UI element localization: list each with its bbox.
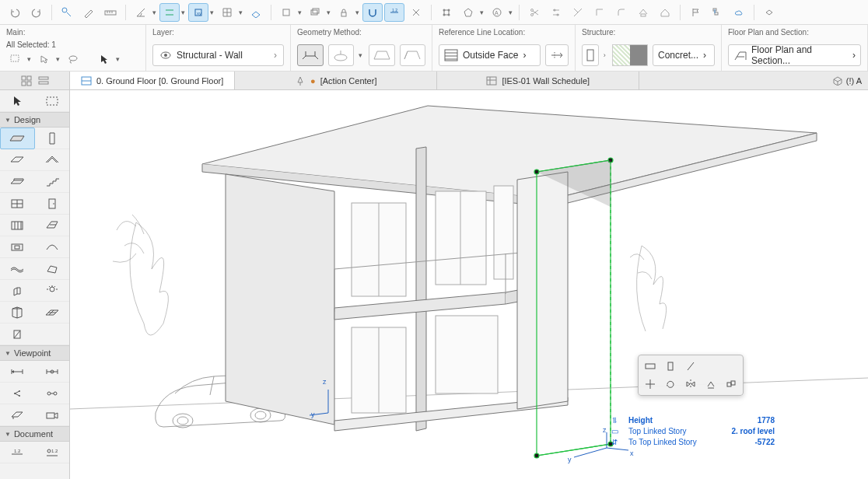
undo-icon[interactable] bbox=[5, 3, 25, 22]
canvas-3d-view[interactable]: z y z x y bbox=[70, 90, 868, 479]
floor-dropdown[interactable]: Floor Plan and Section... › bbox=[728, 44, 861, 66]
chevron-down-icon[interactable]: ▾ bbox=[151, 9, 158, 16]
angle-icon[interactable] bbox=[131, 3, 151, 22]
poly-icon[interactable] bbox=[458, 3, 478, 22]
grid-view-icon[interactable] bbox=[21, 75, 32, 86]
tab-action-center[interactable]: ● [Action Center] bbox=[235, 72, 437, 89]
chevron-down-icon[interactable]: ▾ bbox=[325, 9, 332, 16]
chevron-down-icon[interactable]: ▾ bbox=[26, 55, 33, 63]
pet-extrude-icon[interactable] bbox=[662, 358, 679, 374]
opening-tool-icon[interactable] bbox=[0, 236, 35, 258]
measure-icon[interactable] bbox=[57, 3, 77, 22]
chevron-down-icon[interactable]: ▾ bbox=[357, 51, 364, 59]
geom-trapezoid-icon[interactable] bbox=[369, 44, 395, 66]
snap-magnet-icon[interactable] bbox=[362, 3, 383, 22]
sheet-icon[interactable] bbox=[759, 3, 779, 22]
camera-tool-icon[interactable] bbox=[35, 404, 70, 426]
chevron-down-icon[interactable]: ▾ bbox=[54, 55, 61, 63]
level-dim-tool-icon[interactable]: 1.2 bbox=[35, 442, 70, 463]
chevron-down-icon[interactable]: ▾ bbox=[180, 9, 187, 16]
column-tool-icon[interactable] bbox=[35, 128, 70, 149]
lock-icon[interactable] bbox=[334, 3, 354, 22]
wall-tool-icon[interactable] bbox=[0, 128, 35, 149]
lamp-tool-icon[interactable] bbox=[35, 280, 70, 302]
zone-tool-icon[interactable] bbox=[0, 302, 35, 323]
pet-rotate-icon[interactable] bbox=[662, 376, 679, 392]
slab-tool-icon[interactable] bbox=[0, 149, 35, 171]
marquee-tool-icon[interactable] bbox=[35, 90, 70, 112]
grid-3d-tool-icon[interactable] bbox=[35, 302, 70, 323]
tree-icon[interactable] bbox=[707, 3, 727, 22]
detail-tool-icon[interactable] bbox=[35, 383, 70, 404]
struct-material-swatch[interactable] bbox=[612, 44, 648, 66]
stair-tool-icon[interactable] bbox=[35, 171, 70, 193]
mesh-tool-icon[interactable] bbox=[0, 258, 35, 280]
grid-icon[interactable] bbox=[217, 3, 237, 22]
refline-dropdown[interactable]: Outside Face › bbox=[439, 44, 541, 66]
tab-overflow[interactable]: (!) A bbox=[639, 72, 868, 89]
pet-elevate-icon[interactable] bbox=[702, 376, 719, 392]
skylight-tool-icon[interactable] bbox=[35, 215, 70, 236]
intersect-icon[interactable] bbox=[568, 3, 588, 22]
select-arrow-icon[interactable] bbox=[35, 51, 54, 68]
geom-curved-icon[interactable] bbox=[328, 44, 355, 66]
morph-tool-icon[interactable] bbox=[35, 258, 70, 280]
snap-plane-icon[interactable] bbox=[246, 3, 266, 22]
house-icon[interactable] bbox=[655, 3, 675, 22]
ruler-icon[interactable] bbox=[100, 3, 121, 22]
dropper-icon[interactable] bbox=[79, 3, 99, 22]
tab-ground-floor[interactable]: 0. Ground Floor [0. Ground Floor] bbox=[70, 72, 235, 89]
object-tool-icon[interactable] bbox=[0, 280, 35, 302]
door-tool-icon[interactable] bbox=[35, 193, 70, 215]
select-rect-icon[interactable] bbox=[6, 51, 25, 68]
arrow-cursor-icon[interactable] bbox=[95, 51, 114, 68]
sidebar-design-header[interactable]: ▼Design bbox=[0, 112, 69, 128]
tab-wall-schedule[interactable]: [IES-01 Wall Schedule] bbox=[437, 72, 639, 89]
geom-poly-icon[interactable] bbox=[400, 44, 426, 66]
chevron-down-icon[interactable]: ▾ bbox=[296, 9, 303, 16]
pet-stretch-icon[interactable] bbox=[642, 358, 659, 374]
curtain-tool-icon[interactable] bbox=[0, 215, 35, 236]
stack-icon[interactable] bbox=[305, 3, 325, 22]
circle-a-icon[interactable]: A bbox=[487, 3, 507, 22]
fillet-icon[interactable] bbox=[611, 3, 632, 22]
scissors-icon[interactable] bbox=[524, 3, 544, 22]
pet-multiply-icon[interactable] bbox=[723, 376, 740, 392]
chevron-down-icon[interactable]: ▾ bbox=[237, 9, 244, 16]
chevron-right-icon[interactable]: › bbox=[602, 51, 607, 59]
interior-tool-icon[interactable] bbox=[0, 383, 35, 404]
struct-dropdown[interactable]: Concret... › bbox=[653, 44, 715, 66]
dim-tool-icon[interactable]: 1.2 bbox=[0, 442, 35, 463]
list-view-icon[interactable] bbox=[38, 75, 49, 86]
chevron-down-icon[interactable]: ▾ bbox=[114, 55, 121, 63]
shell-tool-icon[interactable] bbox=[35, 236, 70, 258]
ref-flip-icon[interactable] bbox=[545, 44, 569, 66]
adjust-icon[interactable] bbox=[546, 3, 566, 22]
redo-icon[interactable] bbox=[26, 3, 47, 22]
beam-tool-icon[interactable] bbox=[0, 171, 35, 193]
roof-tool-icon[interactable] bbox=[35, 149, 70, 171]
dim-tool-icon[interactable]: 1.2 bbox=[384, 3, 404, 22]
pet-slant-icon[interactable] bbox=[682, 358, 699, 374]
arrow-tool-icon[interactable] bbox=[0, 90, 35, 112]
section-tool-icon[interactable] bbox=[0, 361, 35, 383]
group-icon[interactable] bbox=[436, 3, 457, 22]
roof-icon[interactable] bbox=[633, 3, 653, 22]
worksheet-tool-icon[interactable] bbox=[0, 404, 35, 426]
flag-icon[interactable] bbox=[685, 3, 705, 22]
lasso-icon[interactable] bbox=[64, 51, 82, 68]
perp-coord-icon[interactable]: xy bbox=[188, 3, 208, 22]
sidebar-document-header[interactable]: ▼Document bbox=[0, 426, 69, 442]
pet-move-icon[interactable] bbox=[642, 376, 659, 392]
railing-tool-icon[interactable] bbox=[0, 323, 35, 345]
pet-mirror-icon[interactable] bbox=[682, 376, 699, 392]
chevron-down-icon[interactable]: ▾ bbox=[478, 9, 485, 16]
sidebar-viewpoint-header[interactable]: ▼Viewpoint bbox=[0, 345, 69, 361]
layer-dropdown[interactable]: Structural - Wall › bbox=[152, 44, 284, 66]
elevation-tool-icon[interactable] bbox=[35, 361, 70, 383]
chevron-down-icon[interactable]: ▾ bbox=[208, 9, 215, 16]
window-tool-icon[interactable] bbox=[0, 193, 35, 215]
corner-icon[interactable] bbox=[590, 3, 610, 22]
trace-icon[interactable] bbox=[276, 3, 296, 22]
chevron-down-icon[interactable]: ▾ bbox=[354, 9, 361, 16]
